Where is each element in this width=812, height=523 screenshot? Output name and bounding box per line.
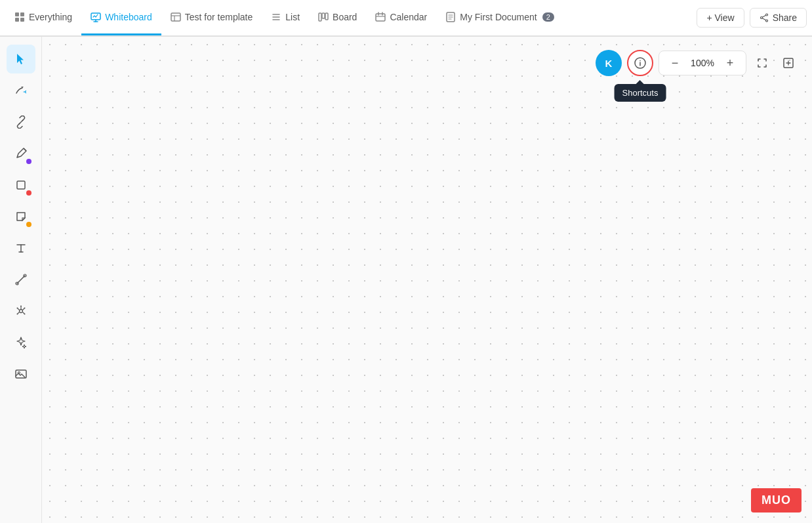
view-button[interactable]: + View [697, 8, 744, 28]
zoom-in-button[interactable]: + [721, 54, 739, 72]
svg-point-17 [765, 14, 767, 16]
svg-point-22 [24, 92, 25, 93]
ai-tool-button[interactable] [7, 328, 35, 357]
svg-point-32 [24, 314, 25, 315]
sticky-icon [14, 210, 28, 223]
list-icon [271, 12, 281, 22]
board-icon [318, 12, 329, 22]
svg-point-42 [639, 60, 641, 62]
text-tool-button[interactable] [7, 234, 35, 262]
view-button-label: + View [706, 12, 734, 23]
fullscreen-icon [782, 57, 794, 69]
zoom-fit-icon [756, 57, 768, 69]
tab-document-label: My First Document [460, 12, 537, 22]
tab-template-label: Test for template [185, 12, 253, 22]
watermark: MUO [751, 488, 802, 513]
shortcuts-tooltip-label: Shortcuts [622, 88, 659, 98]
tab-calendar-label: Calendar [390, 12, 427, 22]
tab-everything[interactable]: Everything [5, 0, 81, 35]
zoom-controls: − 100% + [659, 51, 746, 75]
tab-template[interactable]: Test for template [161, 0, 262, 35]
connector-tool-button[interactable] [7, 265, 35, 294]
main-layout: K Shortcuts [0, 37, 812, 523]
doc-icon [445, 12, 456, 22]
shape-icon [14, 178, 28, 192]
share-button-label: Share [773, 12, 797, 23]
svg-point-34 [16, 314, 18, 315]
shape-tool-button[interactable] [7, 171, 35, 199]
svg-rect-3 [20, 18, 24, 22]
svg-rect-10 [322, 13, 325, 18]
canvas-controls: K Shortcuts [596, 50, 799, 76]
link-tool-button[interactable] [7, 108, 35, 136]
tab-list[interactable]: List [262, 0, 309, 35]
svg-rect-2 [15, 18, 19, 22]
tab-document[interactable]: My First Document 2 [436, 0, 563, 35]
zoom-level-display: 100% [688, 58, 717, 68]
mindmap-icon [14, 304, 28, 318]
tab-list-label: List [285, 12, 300, 22]
template-icon [171, 12, 181, 22]
link-icon [14, 115, 28, 129]
shortcuts-tooltip: Shortcuts [615, 84, 666, 102]
svg-point-38 [16, 308, 18, 309]
shortcuts-button[interactable] [627, 50, 653, 76]
pen-tool-dot [26, 159, 31, 164]
zoom-fit-button[interactable] [752, 52, 773, 73]
connector-icon [14, 273, 28, 286]
sticky-tool-dot [26, 222, 31, 227]
svg-line-23 [19, 120, 23, 124]
svg-rect-5 [171, 13, 180, 21]
tab-everything-label: Everything [29, 12, 72, 22]
avatar-letter: K [605, 58, 613, 69]
whiteboard-canvas[interactable]: K Shortcuts [42, 37, 812, 523]
ai-stars-icon [14, 336, 28, 349]
svg-rect-1 [20, 12, 24, 16]
shape-tool-dot [26, 190, 31, 196]
whiteboard-icon [91, 12, 101, 22]
zoom-in-icon: + [727, 56, 734, 70]
svg-rect-24 [17, 181, 25, 189]
smart-draw-icon [14, 84, 28, 97]
svg-rect-12 [376, 14, 385, 21]
svg-line-31 [22, 312, 24, 314]
mindmap-tool-button[interactable] [7, 297, 35, 325]
tab-document-badge: 2 [542, 12, 554, 22]
smart-draw-tool-button[interactable] [7, 76, 35, 105]
left-toolbar [0, 37, 42, 523]
svg-point-19 [760, 17, 762, 19]
svg-point-30 [20, 306, 22, 307]
image-tool-button[interactable] [7, 360, 35, 388]
share-icon [760, 13, 769, 22]
svg-rect-0 [15, 12, 19, 16]
tab-whiteboard-label: Whiteboard [105, 12, 152, 22]
tab-board[interactable]: Board [309, 0, 366, 35]
svg-line-33 [18, 312, 20, 314]
calendar-icon [375, 12, 386, 22]
svg-line-37 [18, 308, 20, 310]
svg-line-35 [22, 308, 24, 310]
text-icon [14, 241, 28, 255]
tab-calendar[interactable]: Calendar [366, 0, 436, 35]
svg-line-21 [762, 18, 765, 20]
svg-line-20 [762, 15, 765, 17]
top-bar-actions: + View Share [697, 8, 807, 28]
share-button[interactable]: Share [750, 8, 807, 28]
fullscreen-button[interactable] [778, 52, 799, 73]
top-navigation-bar: Everything Whiteboard Test for template [0, 0, 812, 37]
svg-rect-11 [325, 13, 328, 20]
user-avatar[interactable]: K [596, 50, 622, 76]
grid-icon [14, 12, 25, 22]
watermark-text: MUO [761, 493, 791, 507]
svg-point-18 [765, 20, 767, 22]
zoom-out-icon: − [672, 56, 679, 70]
svg-rect-9 [319, 13, 321, 21]
pen-tool-button[interactable] [7, 139, 35, 168]
svg-point-28 [19, 310, 22, 313]
tab-board-label: Board [333, 12, 357, 22]
zoom-out-button[interactable]: − [666, 54, 684, 72]
svg-point-36 [24, 308, 25, 309]
sticky-tool-button[interactable] [7, 202, 35, 231]
select-tool-button[interactable] [7, 45, 35, 73]
tab-whiteboard[interactable]: Whiteboard [81, 0, 161, 35]
